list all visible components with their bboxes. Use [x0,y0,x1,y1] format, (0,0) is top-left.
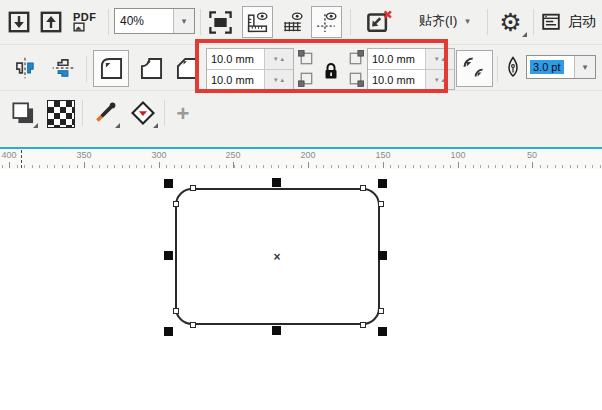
flyout-corner-icon [115,123,120,128]
corner-node[interactable] [173,308,179,314]
separator [82,100,83,126]
selection-handle-bottom-left[interactable] [164,327,173,336]
ruler-label: 150 [375,150,390,160]
separator [164,100,165,126]
scalloped-corner-icon [138,55,165,82]
selection-handle-top-center[interactable] [272,178,281,187]
selection-handle-middle-right[interactable] [378,251,387,260]
ruler-major-tick [84,162,85,168]
corner-node[interactable] [378,308,384,314]
zoom-dropdown-button[interactable]: ▾ [173,9,194,33]
separator [497,56,498,82]
zoom-level-value: 40% [115,9,173,33]
outline-width-selected-text: 3.0 pt [530,60,564,74]
selection-handle-bottom-center[interactable] [272,326,281,335]
add-button[interactable]: + [170,99,196,129]
ruler-origin-marker [21,150,22,168]
ruler-major-tick [308,162,309,168]
corner-node[interactable] [173,201,179,207]
relative-corner-scaling-icon [461,55,489,83]
round-corner-button[interactable] [93,50,129,87]
export-icon [38,9,64,35]
ruler-label: 250 [225,150,240,160]
separator [350,9,351,35]
ruler-minor-ticks [2,165,602,168]
ruler-label: 350 [76,150,91,160]
outline-width-value[interactable]: 3.0 pt [527,56,574,78]
ruler-major-tick [383,162,384,168]
color-eyedropper-button[interactable] [88,96,122,130]
fullscreen-preview-button[interactable] [204,6,236,38]
snap-to-menu[interactable]: 贴齐(I) ▾ [419,12,470,30]
launch-button[interactable]: 启动 [537,7,599,37]
flyout-corner-icon [522,32,527,37]
drawing-app-window: PDF 40% ▾ [0,0,602,410]
import-icon [6,9,32,35]
chevron-down-icon: ▾ [583,62,588,72]
ruler-major-tick [532,162,533,168]
selection-handle-top-left[interactable] [164,179,173,188]
horizontal-ruler[interactable]: 400 350 300 250 200 150 100 50 [0,149,602,169]
ruler-major-tick [159,162,160,168]
corner-node[interactable] [360,322,366,328]
scalloped-corner-button[interactable] [133,50,169,87]
export-button[interactable] [36,7,66,37]
flyout-corner-icon [153,123,158,128]
snap-off-icon [364,7,394,37]
fill-color-button[interactable] [126,96,160,130]
ruler-major-tick [9,162,10,168]
selection-handle-middle-left[interactable] [164,251,173,260]
round-corner-icon [98,55,125,82]
ruler-label: 400 [1,150,16,160]
import-button[interactable] [4,7,34,37]
object-center-mark[interactable]: × [273,250,280,264]
mirror-horizontal-button[interactable] [10,53,40,83]
snap-off-button[interactable] [358,5,400,39]
ruler-label: 50 [527,150,537,160]
show-rulers-toggle[interactable] [242,6,273,38]
separator [86,56,87,82]
zoom-level-combo[interactable]: 40% ▾ [114,8,195,34]
separator [200,9,201,35]
wireframe-duplicate-button[interactable] [6,96,40,130]
chevron-down-icon: ▾ [465,16,470,26]
ruler-major-tick [458,162,459,168]
highlight-annotation-box [195,39,448,93]
separator [108,9,109,35]
separator [487,9,488,35]
publish-pdf-button[interactable]: PDF [69,5,105,39]
snap-to-label: 贴齐(I) [419,12,457,30]
outline-width-label [501,55,525,79]
separator [533,9,534,35]
plus-icon: + [177,101,190,127]
outline-width-combo[interactable]: 3.0 pt ▾ [526,55,596,79]
chevron-down-icon: ▾ [182,16,187,26]
guidelines-icon [314,10,339,35]
ruler-label: 200 [300,150,315,160]
corner-node[interactable] [190,322,196,328]
gear-icon: ⚙ [499,10,521,35]
selection-handle-top-right[interactable] [378,179,387,188]
grid-icon [280,10,305,35]
pen-nib-icon [501,55,525,79]
corner-node[interactable] [190,185,196,191]
corner-node[interactable] [378,201,384,207]
transparency-button[interactable] [46,99,76,129]
show-guidelines-toggle[interactable] [311,6,342,38]
ruler-label: 300 [151,150,166,160]
outline-width-dropdown-button[interactable]: ▾ [574,56,595,78]
pdf-image-icon [73,22,85,32]
mirror-vertical-button[interactable] [48,53,78,83]
rulers-icon [245,10,270,35]
selection-handle-bottom-right[interactable] [378,327,387,336]
corner-node[interactable] [360,185,366,191]
relative-corner-scaling-toggle[interactable] [456,50,493,87]
launch-label: 启动 [568,13,596,31]
fullscreen-preview-icon [207,9,234,36]
mirror-horizontal-icon [12,55,38,81]
ruler-label: 100 [450,150,465,160]
mirror-vertical-icon [50,55,76,81]
options-button[interactable]: ⚙ [492,5,529,39]
show-grid-toggle[interactable] [277,6,308,38]
launch-window-icon [540,11,562,33]
